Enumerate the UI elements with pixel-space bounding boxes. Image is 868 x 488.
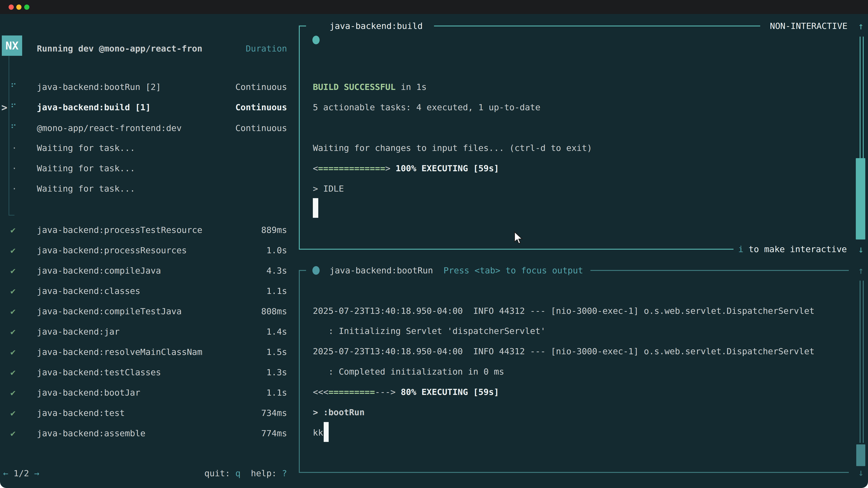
- build-tasks-summary: 5 actionable tasks: 4 executed, 1 up-to-…: [313, 97, 540, 118]
- check-icon: ✔: [10, 225, 24, 235]
- minimize-window-button[interactable]: [16, 4, 22, 10]
- task-row-frontend-dev[interactable]: ⠋ @mono-app/react-frontend:dev Continuou…: [0, 118, 299, 138]
- build-terminal-cursor: [313, 198, 318, 218]
- page-indicator: 1/2: [8, 468, 34, 478]
- progress-fill: =============: [318, 163, 385, 173]
- interactive-key[interactable]: i: [738, 244, 743, 254]
- build-waiting-line: Waiting for changes to input files... (c…: [313, 138, 592, 158]
- nx-tui-window: NX Running dev @mono-app/react-fron Dura…: [0, 0, 868, 488]
- build-panel-title: java-backend:build: [330, 16, 423, 36]
- spinner-icon: ⠋: [10, 102, 24, 112]
- bootrun-progress-bar: <<<=========---> 80% EXECUTING [59s]: [313, 382, 499, 402]
- bootrun-panel-scroll-up-icon[interactable]: ↑: [858, 260, 864, 281]
- check-icon: ✔: [10, 327, 24, 337]
- task-list-title: Running dev @mono-app/react-fron: [37, 43, 202, 54]
- build-panel-scroll-down-icon[interactable]: ↓: [858, 239, 864, 259]
- build-status-line: > IDLE: [313, 178, 344, 199]
- task-name: Waiting for task...: [37, 163, 135, 173]
- task-row-completed[interactable]: ✔ java-backend:compileJava 4.3s: [0, 260, 299, 281]
- task-duration: 1.1s: [266, 286, 287, 296]
- task-name: java-backend:classes: [37, 286, 141, 296]
- task-name: java-backend:processTestResource: [37, 225, 202, 235]
- task-row-bootrun[interactable]: ⠋ java-backend:bootRun [2] Continuous: [0, 77, 299, 97]
- build-panel-border-left: [299, 26, 300, 249]
- build-panel-scroll-up-icon[interactable]: ↑: [858, 16, 864, 36]
- progress-left-cap: <: [313, 163, 318, 173]
- task-row-waiting[interactable]: · Waiting for task...: [0, 138, 299, 158]
- check-icon: ✔: [10, 367, 24, 377]
- duration-column-header: Duration: [246, 43, 287, 54]
- task-duration: 1.3s: [266, 367, 287, 377]
- build-panel-scrollbar-thumb[interactable]: [856, 158, 865, 239]
- task-row-completed[interactable]: ✔ java-backend:jar 1.4s: [0, 322, 299, 342]
- task-name: Waiting for task...: [37, 184, 135, 194]
- task-row-completed[interactable]: ✔ java-backend:testClasses 1.3s: [0, 362, 299, 383]
- task-duration: 774ms: [261, 428, 287, 438]
- progress-remainder: --->: [375, 387, 396, 397]
- keyboard-hints: quit: q help: ?: [204, 468, 287, 478]
- close-window-button[interactable]: [8, 4, 14, 10]
- task-duration: 734ms: [261, 408, 287, 418]
- zoom-window-button[interactable]: [24, 4, 29, 10]
- task-duration: 808ms: [261, 306, 287, 316]
- task-row-waiting[interactable]: · Waiting for task...: [0, 178, 299, 199]
- page-next-icon[interactable]: →: [34, 468, 39, 478]
- build-panel-status-dot-icon: [312, 36, 320, 44]
- task-name: Waiting for task...: [37, 143, 135, 153]
- check-icon: ✔: [10, 266, 24, 275]
- build-panel-scrollbar-track: [860, 37, 864, 158]
- progress-label: 100% EXECUTING [59s]: [391, 163, 499, 173]
- quit-key[interactable]: q: [235, 468, 241, 478]
- build-panel-header-line: [434, 26, 760, 26]
- build-panel-border-corner: [299, 26, 306, 26]
- bootrun-panel-border-corner: [299, 270, 306, 271]
- task-name: java-backend:test: [37, 408, 125, 418]
- task-name: java-backend:processResources: [37, 246, 187, 255]
- page-prev-icon[interactable]: ←: [3, 468, 8, 478]
- task-name: java-backend:testClasses: [37, 367, 161, 377]
- bootrun-panel-scrollbar-thumb[interactable]: [856, 445, 865, 466]
- bootrun-command-line: > :bootRun: [313, 402, 365, 422]
- build-time-label: in 1s: [396, 82, 427, 92]
- task-duration: 1.0s: [266, 246, 287, 255]
- task-row-completed[interactable]: ✔ java-backend:processTestResource 889ms: [0, 220, 299, 240]
- bootrun-input-text: kk: [313, 422, 323, 443]
- progress-right-cap: >: [385, 163, 391, 173]
- task-duration: 889ms: [261, 225, 287, 235]
- bootrun-panel-title: java-backend:bootRun: [330, 260, 433, 281]
- check-icon: ✔: [10, 246, 24, 255]
- task-duration: Continuous: [235, 123, 287, 133]
- task-duration: 1.4s: [266, 327, 287, 337]
- task-row-completed[interactable]: ✔ java-backend:assemble 774ms: [0, 423, 299, 444]
- progress-fill: =========: [329, 387, 375, 397]
- task-row-completed[interactable]: ✔ java-backend:compileTestJava 808ms: [0, 301, 299, 322]
- bootrun-log-line: : Completed initialization in 0 ms: [313, 361, 504, 382]
- task-row-completed[interactable]: ✔ java-backend:test 734ms: [0, 403, 299, 423]
- task-row-completed[interactable]: ✔ java-backend:classes 1.1s: [0, 281, 299, 301]
- task-name: java-backend:compileJava: [37, 266, 161, 275]
- sidebar-footer: ← 1/2 → quit: q help: ?: [0, 463, 299, 484]
- check-icon: ✔: [10, 286, 24, 296]
- task-name: java-backend:bootJar: [37, 388, 141, 398]
- bootrun-panel-scrollbar-track: [860, 281, 864, 443]
- build-result-line: BUILD SUCCESSFUL in 1s: [313, 77, 427, 97]
- task-duration: 4.3s: [266, 266, 287, 275]
- interactive-hint: i to make interactive: [738, 239, 847, 259]
- bootrun-panel-border-left: [299, 270, 300, 473]
- task-row-waiting[interactable]: · Waiting for task...: [0, 158, 299, 178]
- task-row-build-selected[interactable]: ⠋ java-backend:build [1] Continuous: [0, 97, 299, 118]
- terminal-screen: NX Running dev @mono-app/react-fron Dura…: [0, 14, 868, 488]
- check-icon: ✔: [10, 347, 24, 357]
- task-row-completed[interactable]: ✔ java-backend:resolveMainClassNam 1.5s: [0, 342, 299, 362]
- build-progress-bar: <=============> 100% EXECUTING [59s]: [313, 158, 499, 178]
- check-icon: ✔: [10, 388, 24, 398]
- build-successful-label: BUILD SUCCESSFUL: [313, 82, 396, 92]
- task-duration: Continuous: [235, 82, 287, 92]
- bootrun-panel-header-line: [590, 270, 849, 271]
- task-name: java-backend:bootRun [2]: [37, 82, 161, 92]
- waiting-dot-icon: ·: [12, 143, 25, 153]
- task-row-completed[interactable]: ✔ java-backend:processResources 1.0s: [0, 240, 299, 260]
- help-key[interactable]: ?: [282, 468, 287, 478]
- task-row-completed[interactable]: ✔ java-backend:bootJar 1.1s: [0, 383, 299, 403]
- task-list-header: Running dev @mono-app/react-fron Duratio…: [0, 38, 299, 59]
